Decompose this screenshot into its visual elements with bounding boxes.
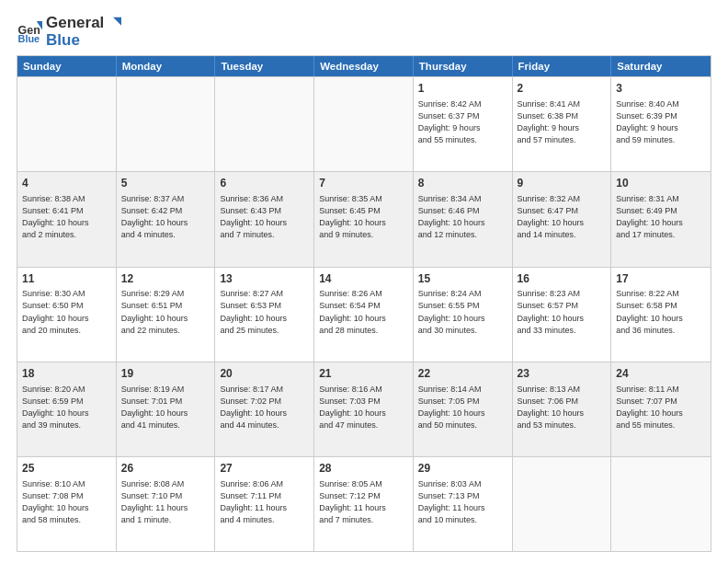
cal-cell-1-6: 10Sunrise: 8:31 AM Sunset: 6:49 PM Dayli…: [611, 172, 711, 266]
header-day-monday: Monday: [117, 56, 216, 76]
calendar: SundayMondayTuesdayWednesdayThursdayFrid…: [17, 55, 711, 552]
cal-cell-3-6: 24Sunrise: 8:11 AM Sunset: 7:07 PM Dayli…: [611, 362, 711, 456]
cell-detail-7: Sunrise: 8:35 AM Sunset: 6:45 PM Dayligh…: [319, 193, 408, 241]
cell-detail-23: Sunrise: 8:13 AM Sunset: 7:06 PM Dayligh…: [518, 384, 607, 431]
cal-cell-3-5: 23Sunrise: 8:13 AM Sunset: 7:06 PM Dayli…: [513, 362, 612, 456]
cal-cell-0-0: [17, 77, 117, 171]
day-number-28: 28: [319, 461, 408, 477]
day-number-7: 7: [319, 176, 408, 191]
calendar-header: SundayMondayTuesdayWednesdayThursdayFrid…: [17, 56, 711, 76]
cal-cell-0-6: 3Sunrise: 8:40 AM Sunset: 6:39 PM Daylig…: [611, 77, 711, 171]
cal-cell-4-2: 27Sunrise: 8:06 AM Sunset: 7:11 PM Dayli…: [215, 457, 314, 551]
cal-cell-4-5: [513, 457, 612, 551]
cell-detail-2: Sunrise: 8:41 AM Sunset: 6:38 PM Dayligh…: [518, 98, 607, 146]
cal-cell-4-3: 28Sunrise: 8:05 AM Sunset: 7:12 PM Dayli…: [314, 457, 414, 551]
cal-cell-2-2: 13Sunrise: 8:27 AM Sunset: 6:53 PM Dayli…: [215, 268, 314, 362]
cal-cell-0-1: [117, 77, 216, 171]
day-number-16: 16: [518, 271, 607, 287]
header-day-saturday: Saturday: [611, 56, 711, 76]
cell-detail-26: Sunrise: 8:08 AM Sunset: 7:10 PM Dayligh…: [121, 478, 210, 526]
day-number-19: 19: [121, 366, 210, 382]
day-number-9: 9: [518, 176, 607, 191]
cal-cell-2-3: 14Sunrise: 8:26 AM Sunset: 6:54 PM Dayli…: [314, 268, 414, 362]
cal-cell-2-6: 17Sunrise: 8:22 AM Sunset: 6:58 PM Dayli…: [611, 268, 711, 362]
day-number-21: 21: [319, 366, 408, 382]
day-number-10: 10: [616, 176, 706, 191]
calendar-body: 1Sunrise: 8:42 AM Sunset: 6:37 PM Daylig…: [17, 76, 711, 551]
calendar-row-2: 11Sunrise: 8:30 AM Sunset: 6:50 PM Dayli…: [17, 267, 711, 362]
day-number-6: 6: [220, 176, 309, 191]
cal-cell-4-4: 29Sunrise: 8:03 AM Sunset: 7:13 PM Dayli…: [414, 457, 513, 551]
cell-detail-1: Sunrise: 8:42 AM Sunset: 6:37 PM Dayligh…: [418, 98, 507, 146]
day-number-26: 26: [121, 461, 210, 477]
cell-detail-28: Sunrise: 8:05 AM Sunset: 7:12 PM Dayligh…: [319, 478, 408, 526]
cal-cell-3-0: 18Sunrise: 8:20 AM Sunset: 6:59 PM Dayli…: [17, 362, 117, 456]
calendar-row-3: 18Sunrise: 8:20 AM Sunset: 6:59 PM Dayli…: [17, 362, 711, 456]
day-number-23: 23: [518, 366, 607, 382]
cal-cell-1-2: 6Sunrise: 8:36 AM Sunset: 6:43 PM Daylig…: [215, 172, 314, 266]
cal-cell-0-2: [215, 77, 314, 171]
cell-detail-3: Sunrise: 8:40 AM Sunset: 6:39 PM Dayligh…: [616, 98, 706, 146]
day-number-22: 22: [418, 366, 507, 382]
cal-cell-4-6: [611, 457, 711, 551]
cell-detail-15: Sunrise: 8:24 AM Sunset: 6:55 PM Dayligh…: [418, 288, 507, 336]
cal-cell-2-0: 11Sunrise: 8:30 AM Sunset: 6:50 PM Dayli…: [17, 268, 117, 362]
day-number-25: 25: [22, 461, 111, 477]
header-day-wednesday: Wednesday: [314, 56, 414, 76]
day-number-11: 11: [22, 271, 111, 287]
cell-detail-8: Sunrise: 8:34 AM Sunset: 6:46 PM Dayligh…: [418, 193, 507, 241]
day-number-5: 5: [121, 176, 210, 191]
cal-cell-0-3: [314, 77, 414, 171]
header-day-thursday: Thursday: [414, 56, 513, 76]
cell-detail-25: Sunrise: 8:10 AM Sunset: 7:08 PM Dayligh…: [22, 478, 111, 526]
day-number-2: 2: [518, 81, 607, 97]
calendar-row-1: 4Sunrise: 8:38 AM Sunset: 6:41 PM Daylig…: [17, 171, 711, 266]
cal-cell-1-3: 7Sunrise: 8:35 AM Sunset: 6:45 PM Daylig…: [314, 172, 414, 266]
cell-detail-10: Sunrise: 8:31 AM Sunset: 6:49 PM Dayligh…: [616, 193, 706, 241]
day-number-20: 20: [220, 366, 309, 382]
day-number-15: 15: [418, 271, 507, 287]
calendar-row-0: 1Sunrise: 8:42 AM Sunset: 6:37 PM Daylig…: [17, 76, 711, 171]
cal-cell-1-5: 9Sunrise: 8:32 AM Sunset: 6:47 PM Daylig…: [513, 172, 612, 266]
header-day-sunday: Sunday: [17, 56, 117, 76]
header-day-tuesday: Tuesday: [215, 56, 314, 76]
svg-text:Blue: Blue: [18, 34, 40, 45]
logo-text: GeneralBlue: [46, 15, 122, 48]
cal-cell-1-0: 4Sunrise: 8:38 AM Sunset: 6:41 PM Daylig…: [17, 172, 117, 266]
cell-detail-13: Sunrise: 8:27 AM Sunset: 6:53 PM Dayligh…: [220, 288, 309, 336]
cell-detail-21: Sunrise: 8:16 AM Sunset: 7:03 PM Dayligh…: [319, 384, 408, 431]
day-number-27: 27: [220, 461, 309, 477]
cell-detail-17: Sunrise: 8:22 AM Sunset: 6:58 PM Dayligh…: [616, 288, 706, 336]
cal-cell-0-4: 1Sunrise: 8:42 AM Sunset: 6:37 PM Daylig…: [414, 77, 513, 171]
cal-cell-3-3: 21Sunrise: 8:16 AM Sunset: 7:03 PM Dayli…: [314, 362, 414, 456]
logo-icon: Gen Blue: [17, 18, 42, 44]
day-number-12: 12: [121, 271, 210, 287]
cal-cell-3-4: 22Sunrise: 8:14 AM Sunset: 7:05 PM Dayli…: [414, 362, 513, 456]
day-number-3: 3: [616, 81, 706, 97]
day-number-13: 13: [220, 271, 309, 287]
cell-detail-4: Sunrise: 8:38 AM Sunset: 6:41 PM Dayligh…: [22, 193, 111, 241]
day-number-8: 8: [418, 176, 507, 191]
cal-cell-2-4: 15Sunrise: 8:24 AM Sunset: 6:55 PM Dayli…: [414, 268, 513, 362]
header: Gen Blue GeneralBlue: [17, 15, 711, 48]
cal-cell-2-5: 16Sunrise: 8:23 AM Sunset: 6:57 PM Dayli…: [513, 268, 612, 362]
day-number-18: 18: [22, 366, 111, 382]
cal-cell-4-1: 26Sunrise: 8:08 AM Sunset: 7:10 PM Dayli…: [117, 457, 216, 551]
page: Gen Blue GeneralBlue SundayMondayTuesday…: [0, 0, 728, 563]
cell-detail-24: Sunrise: 8:11 AM Sunset: 7:07 PM Dayligh…: [616, 384, 706, 431]
day-number-29: 29: [418, 461, 507, 477]
cell-detail-16: Sunrise: 8:23 AM Sunset: 6:57 PM Dayligh…: [518, 288, 607, 336]
day-number-1: 1: [418, 81, 507, 97]
header-day-friday: Friday: [513, 56, 612, 76]
cal-cell-3-2: 20Sunrise: 8:17 AM Sunset: 7:02 PM Dayli…: [215, 362, 314, 456]
cal-cell-4-0: 25Sunrise: 8:10 AM Sunset: 7:08 PM Dayli…: [17, 457, 117, 551]
cell-detail-11: Sunrise: 8:30 AM Sunset: 6:50 PM Dayligh…: [22, 288, 111, 336]
cell-detail-12: Sunrise: 8:29 AM Sunset: 6:51 PM Dayligh…: [121, 288, 210, 336]
day-number-14: 14: [319, 271, 408, 287]
cell-detail-22: Sunrise: 8:14 AM Sunset: 7:05 PM Dayligh…: [418, 384, 507, 431]
cell-detail-19: Sunrise: 8:19 AM Sunset: 7:01 PM Dayligh…: [121, 384, 210, 431]
cell-detail-27: Sunrise: 8:06 AM Sunset: 7:11 PM Dayligh…: [220, 478, 309, 526]
cell-detail-18: Sunrise: 8:20 AM Sunset: 6:59 PM Dayligh…: [22, 384, 111, 431]
cell-detail-9: Sunrise: 8:32 AM Sunset: 6:47 PM Dayligh…: [518, 193, 607, 241]
logo: Gen Blue GeneralBlue: [17, 15, 122, 48]
